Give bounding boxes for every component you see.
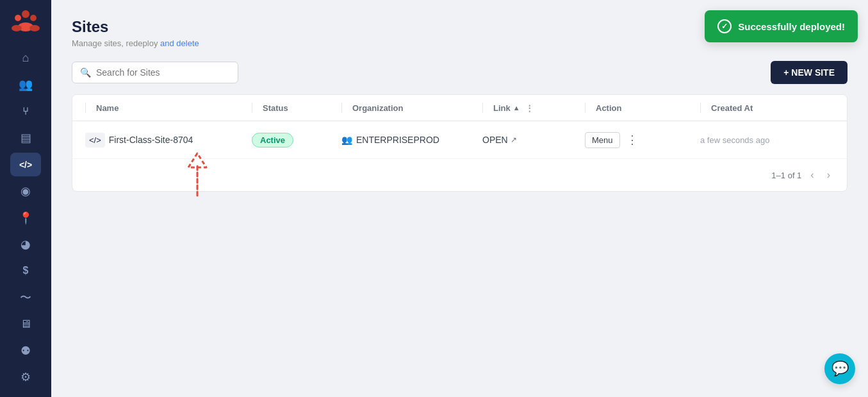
billing-icon: $ [23, 265, 29, 276]
site-code-icon: </> [85, 133, 105, 148]
created-at-text: a few seconds ago [700, 135, 769, 145]
cell-created-at: a few seconds ago [700, 135, 834, 145]
new-site-button[interactable]: + NEW SITE [771, 61, 848, 84]
search-input[interactable] [96, 67, 230, 78]
sidebar-item-team[interactable]: ⚉ [10, 339, 41, 362]
svg-point-2 [30, 15, 37, 21]
sidebar-item-settings[interactable]: ⚙ [10, 366, 41, 389]
col-divider [482, 103, 483, 113]
chat-icon: 💬 [831, 360, 849, 377]
column-header-action: Action [585, 103, 700, 113]
code-icon: </> [19, 160, 32, 170]
toast-check-icon: ✓ [717, 19, 732, 33]
sidebar-item-home[interactable]: ⌂ [10, 46, 41, 70]
sort-asc-icon: ▲ [513, 104, 520, 112]
sidebar-item-users[interactable]: 👥 [10, 72, 41, 96]
cell-organization: 👥 ENTERPRISEPROD [341, 135, 482, 145]
toast-message: Successfully deployed! [738, 21, 845, 32]
sidebar-item-location[interactable]: 📍 [10, 206, 41, 230]
layers-icon: ◉ [20, 184, 31, 198]
sidebar-item-trends[interactable]: 〜 [10, 285, 41, 309]
menu-button[interactable]: Menu [585, 132, 620, 148]
org-name: ENTERPRISEPROD [356, 135, 439, 145]
toast-notification: ✓ Successfully deployed! [705, 10, 858, 42]
svg-point-1 [15, 15, 21, 21]
sidebar-item-billing[interactable]: $ [10, 259, 41, 283]
col-divider [700, 103, 701, 113]
open-link[interactable]: OPEN ↗ [482, 135, 517, 145]
team-icon: ⚉ [20, 344, 31, 358]
subtitle-link[interactable]: and delete [160, 38, 199, 48]
org-icon: 👥 [341, 135, 352, 145]
cell-link: OPEN ↗ [482, 135, 585, 145]
column-header-organization: Organization [341, 103, 482, 113]
table-header: Name Status Organization Link ▲ ⋮ Action [72, 95, 847, 121]
search-box: 🔍 [72, 62, 238, 83]
pagination: 1–1 of 1 ‹ › [72, 159, 847, 191]
app-logo [10, 8, 41, 33]
cell-action: Menu ⋮ [585, 130, 700, 149]
chat-bubble-button[interactable]: 💬 [824, 353, 855, 384]
cell-name: </> First-Class-Site-8704 [85, 133, 252, 148]
sidebar-item-sites[interactable]: </> [10, 153, 41, 176]
pagination-prev-button[interactable]: ‹ [807, 167, 817, 183]
inbox-icon: 🖥 [20, 317, 31, 331]
column-header-link[interactable]: Link ▲ ⋮ [482, 103, 585, 113]
svg-point-4 [12, 25, 22, 31]
sidebar-item-inbox[interactable]: 🖥 [10, 312, 41, 336]
site-name: First-Class-Site-8704 [109, 135, 193, 145]
table-row: </> First-Class-Site-8704 Active 👥 ENTER… [72, 121, 847, 159]
vertical-dots-icon: ⋮ [626, 133, 638, 146]
sidebar-item-layers[interactable]: ◉ [10, 179, 41, 203]
pagination-info: 1–1 of 1 [771, 171, 801, 180]
sidebar-item-database[interactable]: ▤ [10, 126, 41, 149]
sidebar: ⌂ 👥 ⑂ ▤ </> ◉ 📍 ◕ $ 〜 🖥 ⚉ ⚙ [0, 0, 51, 397]
sidebar-item-git[interactable]: ⑂ [10, 99, 41, 123]
external-link-icon: ↗ [511, 135, 517, 144]
column-header-created-at: Created At [700, 103, 834, 113]
cell-status: Active [252, 133, 341, 148]
settings-icon: ⚙ [20, 370, 31, 384]
row-options-button[interactable]: ⋮ [624, 130, 641, 149]
toolbar: 🔍 + NEW SITE [72, 61, 848, 84]
svg-point-0 [22, 10, 29, 18]
trends-icon: 〜 [20, 290, 31, 305]
column-header-name: Name [85, 103, 252, 113]
svg-point-5 [29, 25, 40, 31]
col-divider [85, 103, 86, 113]
git-icon: ⑂ [22, 106, 29, 117]
users-icon: 👥 [19, 78, 33, 92]
pagination-next-button[interactable]: › [823, 167, 834, 183]
database-icon: ▤ [20, 131, 31, 145]
column-header-status: Status [252, 103, 341, 113]
analytics-icon: ◕ [20, 237, 31, 251]
search-icon: 🔍 [80, 67, 91, 78]
sites-table: Name Status Organization Link ▲ ⋮ Action [72, 94, 848, 192]
subtitle-static: Manage sites, redeploy [72, 38, 160, 48]
main-content: ✓ Successfully deployed! Sites Manage si… [51, 0, 868, 397]
col-divider [585, 103, 585, 113]
col-divider [252, 103, 252, 113]
status-badge: Active [252, 133, 293, 148]
column-options-icon[interactable]: ⋮ [525, 103, 534, 113]
sidebar-item-analytics[interactable]: ◕ [10, 232, 41, 256]
col-divider [341, 103, 342, 113]
location-icon: 📍 [19, 211, 33, 225]
home-icon: ⌂ [22, 51, 29, 65]
